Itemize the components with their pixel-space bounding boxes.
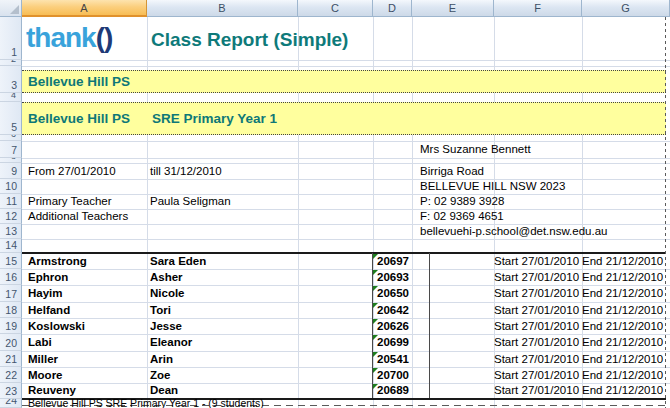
student-start-date[interactable]: Start 27/01/2010 <box>494 383 578 398</box>
gridline-h <box>22 60 670 61</box>
cell-period-till[interactable]: till 31/12/2010 <box>150 163 222 179</box>
student-id[interactable]: 20693 <box>377 269 409 285</box>
student-last-name[interactable]: Ephron <box>28 269 68 285</box>
column-header-g[interactable]: G <box>582 0 670 17</box>
cell-additional-teachers-label[interactable]: Additional Teachers <box>28 209 128 224</box>
class-banner-name: SRE Primary Year 1 <box>152 103 277 134</box>
cell-primary-teacher-label[interactable]: Primary Teacher <box>28 194 112 209</box>
gridline-h <box>22 163 670 164</box>
student-end-date[interactable]: End 21/12/2010 <box>582 318 663 334</box>
student-first-name[interactable]: Arin <box>150 351 173 367</box>
student-end-date[interactable]: End 21/12/2010 <box>582 383 663 398</box>
student-first-name[interactable]: Jesse <box>150 318 182 334</box>
row-header-14[interactable]: 14 <box>0 239 22 253</box>
student-first-name[interactable]: Sara Eden <box>150 253 206 269</box>
student-start-date[interactable]: Start 27/01/2010 <box>494 351 578 367</box>
cell-contact-email[interactable]: bellevuehi-p.school@det.nsw.edu.au <box>420 224 608 239</box>
column-header-f[interactable]: F <box>494 0 582 17</box>
student-last-name[interactable]: Miller <box>28 351 58 367</box>
cell-contact-address1[interactable]: Birriga Road <box>420 163 484 179</box>
row-header-15[interactable]: 15 <box>0 253 22 269</box>
page-break-vertical <box>665 17 666 408</box>
row-header-10[interactable]: 10 <box>0 179 22 194</box>
student-start-date[interactable]: Start 27/01/2010 <box>494 285 578 302</box>
cell-primary-teacher-name[interactable]: Paula Seligman <box>150 194 231 209</box>
summary-row[interactable]: Bellevue Hill PS SRE Primary Year 1 - (9… <box>28 398 264 408</box>
class-banner-school: Bellevue Hill PS <box>28 103 130 134</box>
student-last-name[interactable]: Moore <box>28 367 63 383</box>
class-banner-row[interactable]: Bellevue Hill PS SRE Primary Year 1 <box>22 102 666 135</box>
row-header-20[interactable]: 20 <box>0 334 22 351</box>
student-start-date[interactable]: Start 27/01/2010 <box>494 318 578 334</box>
student-end-date[interactable]: End 21/12/2010 <box>582 269 663 285</box>
student-last-name[interactable]: Hayim <box>28 285 63 302</box>
student-last-name[interactable]: Reuveny <box>28 383 76 398</box>
row-header-19[interactable]: 19 <box>0 318 22 334</box>
gridline-h <box>22 194 670 195</box>
student-start-date[interactable]: Start 27/01/2010 <box>494 269 578 285</box>
student-end-date[interactable]: End 21/12/2010 <box>582 351 663 367</box>
student-end-date[interactable]: End 21/12/2010 <box>582 302 663 318</box>
student-end-date[interactable]: End 21/12/2010 <box>582 253 663 269</box>
student-end-date[interactable]: End 21/12/2010 <box>582 285 663 302</box>
row-header-1[interactable]: 1 <box>0 17 22 60</box>
column-header-b[interactable]: B <box>147 0 298 17</box>
student-first-name[interactable]: Tori <box>150 302 171 318</box>
student-id[interactable]: 20700 <box>377 367 409 383</box>
student-last-name[interactable]: Armstrong <box>28 253 87 269</box>
row-header-18[interactable]: 18 <box>0 302 22 318</box>
student-start-date[interactable]: Start 27/01/2010 <box>494 253 578 269</box>
student-id[interactable]: 20689 <box>377 383 409 398</box>
student-last-name[interactable]: Koslowski <box>28 318 85 334</box>
column-header-e[interactable]: E <box>412 0 494 17</box>
student-id[interactable]: 20697 <box>377 253 409 269</box>
row-header-7[interactable]: 7 <box>0 141 22 158</box>
row-header-16[interactable]: 16 <box>0 269 22 285</box>
student-first-name[interactable]: Dean <box>150 383 178 398</box>
spreadsheet: Bellevue Hill PS Bellevue Hill PS SRE Pr… <box>0 0 670 408</box>
row-header-17[interactable]: 17 <box>0 285 22 302</box>
select-all-corner[interactable] <box>0 0 22 17</box>
student-last-name[interactable]: Helfand <box>28 302 70 318</box>
student-start-date[interactable]: Start 27/01/2010 <box>494 367 578 383</box>
row-header-12[interactable]: 12 <box>0 209 22 224</box>
cell-contact-fax[interactable]: F: 02 9369 4651 <box>420 209 504 224</box>
logo-text-dark: () <box>96 22 113 53</box>
report-title: Class Report (Simple) <box>151 29 348 51</box>
student-id[interactable]: 20699 <box>377 334 409 351</box>
column-header-c[interactable]: C <box>298 0 373 17</box>
student-end-date[interactable]: End 21/12/2010 <box>582 334 663 351</box>
row-header-21[interactable]: 21 <box>0 351 22 367</box>
student-id[interactable]: 20642 <box>377 302 409 318</box>
row-header-11[interactable]: 11 <box>0 194 22 209</box>
cell-contact-address2[interactable]: BELLEVUE HILL NSW 2023 <box>420 179 565 194</box>
column-header-d[interactable]: D <box>373 0 412 17</box>
student-first-name[interactable]: Asher <box>150 269 183 285</box>
student-first-name[interactable]: Nicole <box>150 285 185 302</box>
cell-period-from[interactable]: From 27/01/2010 <box>28 163 116 179</box>
student-id[interactable]: 20541 <box>377 351 409 367</box>
student-id[interactable]: 20626 <box>377 318 409 334</box>
row-header-13[interactable]: 13 <box>0 224 22 239</box>
gridline-h <box>22 158 670 159</box>
student-start-date[interactable]: Start 27/01/2010 <box>494 334 578 351</box>
student-first-name[interactable]: Eleanor <box>150 334 192 351</box>
student-first-name[interactable]: Zoe <box>150 367 170 383</box>
school-banner-row[interactable]: Bellevue Hill PS <box>22 70 666 93</box>
student-start-date[interactable]: Start 27/01/2010 <box>494 302 578 318</box>
column-header-a[interactable]: A <box>22 0 147 17</box>
row-header-23[interactable]: 23 <box>0 383 22 399</box>
row-header-9[interactable]: 9 <box>0 163 22 179</box>
row-header-4[interactable]: 4 <box>0 93 22 102</box>
student-last-name[interactable]: Labi <box>28 334 52 351</box>
gridline-h <box>22 179 670 180</box>
row-header-3[interactable]: 3 <box>0 66 22 93</box>
student-id[interactable]: 20650 <box>377 285 409 302</box>
cell-contact-name[interactable]: Mrs Suzanne Bennett <box>420 141 531 158</box>
student-end-date[interactable]: End 21/12/2010 <box>582 367 663 383</box>
id-column-border-right <box>429 253 430 398</box>
row-header-24[interactable]: 24 <box>0 399 22 408</box>
cell-contact-phone[interactable]: P: 02 9389 3928 <box>420 194 504 209</box>
row-header-5[interactable]: 5 <box>0 102 22 135</box>
row-header-22[interactable]: 22 <box>0 367 22 383</box>
